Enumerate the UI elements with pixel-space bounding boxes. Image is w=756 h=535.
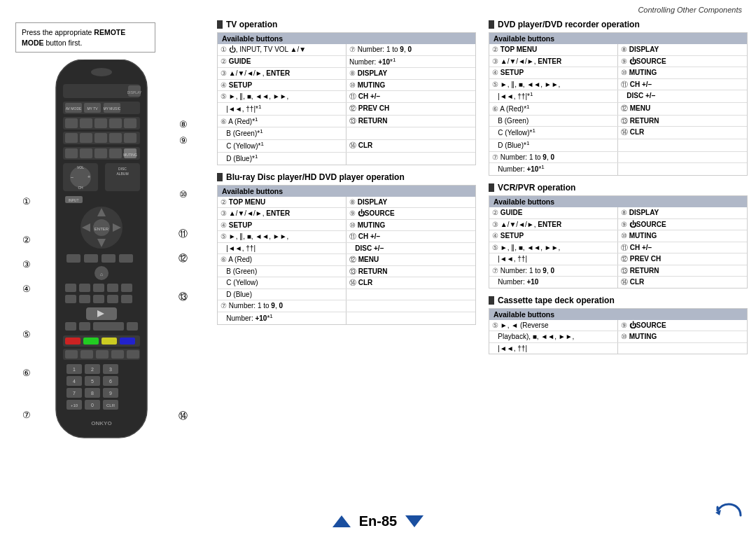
svg-text:MY TV: MY TV bbox=[87, 106, 98, 111]
table-row: ⑤ ►, ◄ (Reverse ⑨ ⏻SOURCE bbox=[489, 320, 747, 331]
page-number: En-85 bbox=[359, 513, 397, 529]
svg-rect-20 bbox=[80, 133, 92, 143]
svg-rect-70 bbox=[127, 322, 138, 331]
cassette-section-title: Cassette tape deck operation bbox=[489, 296, 748, 305]
table-row: ③ ▲/▼/◄/►, ENTER ⑨ ⏻SOURCE bbox=[489, 218, 747, 230]
dvd-table: Available buttons ② TOP MENU ⑧ DISPLAY ③… bbox=[489, 32, 748, 176]
table-row: ⑤ ►, ‖, ■, ◄◄, ►►, ⑪ CH +/– bbox=[218, 90, 475, 102]
callout-4: ④ bbox=[22, 284, 31, 294]
bluray-operation-section: Blu-ray Disc player/HD DVD player operat… bbox=[217, 172, 476, 325]
page-down-arrow[interactable] bbox=[405, 515, 424, 527]
tv-table-body: ① ⏻, INPUT, TV VOL ▲/▼ ⑦ Number: 1 to 9,… bbox=[218, 44, 475, 165]
table-row: C (Yellow)*1 ⑭ CLR bbox=[489, 126, 747, 139]
table-row: ④ SETUP ⑩ MUTING bbox=[489, 67, 747, 78]
svg-text:+10: +10 bbox=[71, 403, 78, 408]
svg-rect-16 bbox=[109, 118, 122, 128]
svg-rect-75 bbox=[120, 338, 135, 345]
dvd-section-title: DVD player/DVD recorder operation bbox=[489, 20, 748, 29]
svg-rect-23 bbox=[124, 133, 136, 143]
vcr-table-header: Available buttons bbox=[489, 196, 747, 207]
tv-section-title: TV operation bbox=[217, 20, 476, 29]
back-button[interactable] bbox=[714, 503, 743, 529]
table-row: ⑥ A (Red) ⑫ MENU bbox=[218, 253, 475, 265]
table-row: |◄◄, ††|*1 ⑫ PREV CH bbox=[218, 102, 475, 115]
svg-rect-57 bbox=[93, 284, 104, 292]
table-row: ② TOP MENU ⑧ DISPLAY bbox=[489, 44, 747, 55]
svg-rect-80 bbox=[111, 350, 124, 359]
svg-text:ONKYO: ONKYO bbox=[91, 420, 111, 426]
table-row: ⑦ Number: 1 to 9, 0 bbox=[489, 151, 747, 163]
table-row: D (Blue)*1 bbox=[489, 139, 747, 151]
footer-nav: En-85 bbox=[332, 513, 424, 529]
remote-note: Press the appropriate REMOTE MODE button… bbox=[15, 22, 155, 53]
svg-rect-63 bbox=[107, 295, 118, 303]
svg-rect-21 bbox=[94, 133, 107, 143]
svg-text:3: 3 bbox=[109, 367, 112, 372]
svg-rect-56 bbox=[79, 284, 90, 292]
table-row: ② GUIDE ⑧ DISPLAY bbox=[489, 207, 747, 218]
callout-12: ⑫ bbox=[178, 252, 188, 265]
svg-text:0: 0 bbox=[91, 403, 94, 408]
svg-rect-25 bbox=[65, 148, 78, 158]
svg-text:DISPLAY: DISPLAY bbox=[127, 90, 142, 95]
table-row: ④ SETUP ⑩ MUTING bbox=[489, 230, 747, 242]
table-row: D (Blue)*1 bbox=[218, 152, 475, 165]
callout-1: ① bbox=[22, 196, 31, 207]
tv-table-header: Available buttons bbox=[218, 33, 475, 44]
svg-rect-49 bbox=[66, 254, 80, 263]
svg-rect-55 bbox=[65, 284, 76, 292]
table-row: Number: +10 ⑭ CLR bbox=[489, 276, 747, 288]
content-area: TV operation Available buttons ① ⏻, INPU… bbox=[217, 20, 748, 496]
table-row: B (Green)*1 bbox=[218, 127, 475, 139]
svg-text:8: 8 bbox=[91, 391, 94, 396]
svg-rect-22 bbox=[109, 133, 122, 143]
table-row: B (Green) ⑬ RETURN bbox=[489, 115, 747, 127]
svg-rect-13 bbox=[65, 118, 78, 128]
bluray-table-header: Available buttons bbox=[218, 186, 475, 197]
table-row: D (Blue) bbox=[218, 289, 475, 300]
table-row: ④ SETUP ⑩ MUTING bbox=[218, 79, 475, 91]
svg-rect-81 bbox=[127, 350, 139, 359]
cassette-table-header: Available buttons bbox=[489, 309, 747, 320]
remote-note-box: Press the appropriate REMOTE MODE button… bbox=[15, 22, 162, 58]
table-row: |◄◄, ††| ⑫ PREV CH bbox=[489, 253, 747, 265]
svg-text:AV MODE: AV MODE bbox=[66, 106, 82, 111]
cassette-table: Available buttons ⑤ ►, ◄ (Reverse ⑨ ⏻SOU… bbox=[489, 308, 748, 355]
svg-rect-28 bbox=[109, 148, 122, 158]
page-up-arrow[interactable] bbox=[332, 515, 351, 527]
svg-rect-74 bbox=[102, 338, 117, 345]
svg-rect-58 bbox=[107, 284, 118, 292]
callout-2: ② bbox=[22, 235, 31, 245]
svg-rect-17 bbox=[124, 118, 136, 128]
dvd-table-body: ② TOP MENU ⑧ DISPLAY ③ ▲/▼/◄/►, ENTER ⑨ … bbox=[489, 44, 747, 175]
footer: En-85 bbox=[0, 513, 756, 529]
table-row: |◄◄, ††| DISC +/– bbox=[218, 242, 475, 254]
left-column: TV operation Available buttons ① ⏻, INPU… bbox=[217, 20, 476, 361]
callout-11: ⑪ bbox=[178, 228, 188, 240]
tv-table: Available buttons ① ⏻, INPUT, TV VOL ▲/▼… bbox=[217, 32, 476, 165]
right-column: DVD player/DVD recorder operation Availa… bbox=[489, 20, 748, 361]
svg-rect-68 bbox=[79, 322, 90, 331]
svg-text:CLR: CLR bbox=[106, 403, 115, 408]
remote-svg: DISPLAY AV MODE MY TV MY MUSIC MUTING bbox=[46, 60, 158, 452]
svg-text:+: + bbox=[88, 174, 90, 179]
svg-rect-60 bbox=[65, 295, 76, 303]
svg-text:ENTER: ENTER bbox=[94, 227, 109, 231]
callout-5: ⑤ bbox=[22, 329, 31, 340]
tv-operation-section: TV operation Available buttons ① ⏻, INPU… bbox=[217, 20, 476, 165]
svg-rect-61 bbox=[79, 295, 90, 303]
cassette-table-body: ⑤ ►, ◄ (Reverse ⑨ ⏻SOURCE Playback), ■, … bbox=[489, 320, 747, 354]
table-row: ⑥ A (Red)*1 ⑬ RETURN bbox=[218, 115, 475, 127]
table-row: C (Yellow) ⑭ CLR bbox=[218, 277, 475, 289]
bluray-table: Available buttons ② TOP MENU ⑧ DISPLAY ③… bbox=[217, 185, 476, 325]
svg-rect-78 bbox=[80, 350, 93, 359]
svg-text:CH: CH bbox=[78, 186, 83, 190]
svg-text:5: 5 bbox=[91, 379, 94, 384]
svg-rect-19 bbox=[65, 133, 78, 143]
svg-text:7: 7 bbox=[73, 391, 76, 396]
svg-text:1: 1 bbox=[73, 367, 76, 372]
svg-rect-27 bbox=[94, 148, 107, 158]
page-header: Controlling Other Components bbox=[638, 6, 742, 14]
table-row: |◄◄, ††| bbox=[489, 342, 747, 354]
table-row: ③ ▲/▼/◄/►, ENTER ⑧ DISPLAY bbox=[218, 67, 475, 79]
